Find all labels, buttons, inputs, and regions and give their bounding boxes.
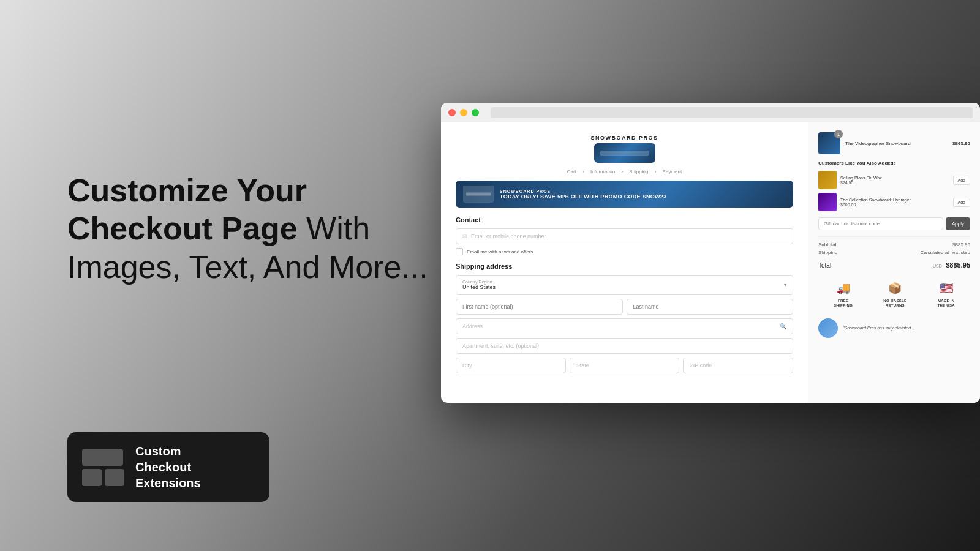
state-placeholder: State — [576, 362, 589, 369]
country-label: Country/Region — [462, 280, 496, 284]
checkout-right: 1 The Videographer Snowboard $865.95 Cus… — [809, 122, 980, 403]
trust-badge-usa: 🇺🇸 MADE INTHE USA — [937, 280, 954, 309]
gift-card-input[interactable] — [818, 217, 943, 230]
app-badge-text: Custom Checkout Extensions — [135, 443, 201, 491]
promo-banner: SNOWBOARD PROS TODAY ONLY! SAVE 50% OFF … — [456, 181, 793, 208]
testimonial-row: "Snowboard Pros has truly elevated... — [818, 318, 970, 338]
zip-placeholder: ZIP code — [690, 362, 712, 369]
apt-placeholder: Apartment, suite, etc. (optional) — [462, 343, 539, 349]
browser-titlebar — [441, 103, 980, 122]
store-product-image — [594, 143, 655, 163]
total-amount: USD $885.95 — [933, 259, 970, 270]
newsletter-row: Email me with news and offers — [456, 248, 793, 255]
order-item-price: $865.95 — [952, 141, 970, 146]
address-placeholder: Address — [462, 323, 483, 329]
testimonial-text: "Snowboard Pros has truly elevated... — [843, 326, 914, 330]
browser-urlbar — [491, 107, 973, 118]
shipping-row: Shipping Calculated at next step — [818, 250, 970, 255]
order-item-image: 1 — [818, 132, 840, 154]
apply-button[interactable]: Apply — [946, 217, 970, 230]
badge-icon-bottom-right — [105, 469, 124, 486]
city-field[interactable]: City — [456, 358, 566, 373]
total-label: Total — [818, 262, 831, 269]
made-in-usa-label: MADE INTHE USA — [937, 299, 954, 309]
country-select[interactable]: Country/Region United States ▾ — [456, 275, 793, 295]
trust-badges: 🚚 FREESHIPPING 📦 NO-HASSLERETURNS 🇺🇸 MAD… — [818, 276, 970, 312]
email-icon: ✉ — [462, 233, 467, 239]
store-name: SNOWBOARD PROS — [456, 135, 793, 141]
order-item: 1 The Videographer Snowboard $865.95 — [818, 132, 970, 154]
promo-banner-image — [463, 186, 494, 203]
zip-field[interactable]: ZIP code — [683, 358, 793, 373]
checkout-left: SNOWBOARD PROS Cart › Information › Ship… — [441, 122, 809, 403]
trust-badge-shipping: 🚚 FREESHIPPING — [834, 280, 853, 309]
order-item-name: The Videographer Snowboard — [845, 141, 948, 146]
hero-title-bold: Customize Your Checkout Page — [67, 173, 307, 246]
address-field[interactable]: Address 🔍 — [456, 318, 793, 334]
also-item-price-0: $24.95 — [840, 181, 949, 185]
also-item-name-0: Selling Plans Ski Wax — [840, 175, 949, 181]
also-item-image-0 — [818, 171, 837, 189]
apt-field[interactable]: Apartment, suite, etc. (optional) — [456, 338, 793, 354]
last-name-input[interactable] — [627, 299, 794, 315]
also-item-name-1: The Collection Snowboard: Hydrogen — [840, 197, 949, 203]
badge-icon-top-row — [82, 449, 123, 466]
free-shipping-label: FREESHIPPING — [834, 299, 853, 309]
search-icon: 🔍 — [780, 323, 786, 329]
no-hassle-returns-icon: 📦 — [886, 280, 903, 297]
also-item-info-1: The Collection Snowboard: Hydrogen $600.… — [840, 197, 949, 207]
also-item-price-1: $600.00 — [840, 203, 949, 207]
shipping-section-title: Shipping address — [456, 263, 793, 270]
also-item-1: The Collection Snowboard: Hydrogen $600.… — [818, 193, 970, 211]
browser-window: SNOWBOARD PROS Cart › Information › Ship… — [441, 103, 980, 403]
contact-section-title: Contact — [456, 216, 793, 223]
browser-minimize-dot[interactable] — [460, 109, 467, 116]
add-item-1-button[interactable]: Add — [953, 198, 970, 207]
browser-fullscreen-dot[interactable] — [472, 109, 479, 116]
subtotal-value: $885.95 — [952, 242, 970, 247]
add-item-0-button[interactable]: Add — [953, 176, 970, 185]
also-item-image-1 — [818, 193, 837, 211]
totals-section: Subtotal $885.95 Shipping Calculated at … — [818, 236, 970, 270]
promo-banner-content: SNOWBOARD PROS TODAY ONLY! SAVE 50% OFF … — [500, 189, 666, 200]
currency-label: USD — [933, 264, 942, 268]
newsletter-label: Email me with news and offers — [467, 249, 533, 255]
also-bought-title: Customers Like You Also Added: — [818, 160, 970, 166]
hero-section: Customize Your Checkout Page With Images… — [67, 171, 435, 286]
no-hassle-returns-label: NO-HASSLERETURNS — [883, 299, 907, 309]
country-value: United States — [462, 284, 496, 290]
app-badge: Custom Checkout Extensions — [67, 432, 270, 502]
checkout-layout: SNOWBOARD PROS Cart › Information › Ship… — [441, 122, 980, 403]
email-placeholder: Email or mobile phone number — [471, 233, 546, 239]
subtotal-row: Subtotal $885.95 — [818, 242, 970, 247]
email-field[interactable]: ✉ Email or mobile phone number — [456, 228, 793, 244]
promo-text: TODAY ONLY! SAVE 50% OFF WITH PROMO CODE… — [500, 193, 666, 200]
total-row: Total USD $885.95 — [818, 259, 970, 270]
newsletter-checkbox[interactable] — [456, 248, 463, 255]
chevron-down-icon: ▾ — [784, 282, 786, 288]
shipping-label: Shipping — [818, 250, 837, 255]
promo-store-name: SNOWBOARD PROS — [500, 189, 666, 193]
free-shipping-icon: 🚚 — [835, 280, 852, 297]
country-select-content: Country/Region United States — [462, 280, 496, 290]
also-item-0: Selling Plans Ski Wax $24.95 Add — [818, 171, 970, 189]
badge-icon-bottom-left — [82, 469, 102, 486]
order-item-qty-badge: 1 — [834, 130, 843, 138]
breadcrumb: Cart › Information › Shipping › Payment — [456, 169, 793, 174]
made-in-usa-icon: 🇺🇸 — [938, 280, 955, 297]
testimonial-avatar — [818, 318, 838, 338]
trust-badge-returns: 📦 NO-HASSLERETURNS — [883, 280, 907, 309]
store-header: SNOWBOARD PROS — [456, 135, 793, 163]
city-state-zip-row: City State ZIP code — [456, 358, 793, 373]
browser-close-dot[interactable] — [448, 109, 456, 116]
gift-card-row: Apply — [818, 217, 970, 230]
city-placeholder: City — [462, 362, 472, 369]
shipping-value: Calculated at next step — [921, 250, 970, 255]
state-field[interactable]: State — [570, 358, 680, 373]
name-row — [456, 299, 793, 315]
first-name-input[interactable] — [456, 299, 623, 315]
app-badge-icon — [82, 449, 124, 486]
total-value: $885.95 — [946, 261, 970, 269]
also-item-info-0: Selling Plans Ski Wax $24.95 — [840, 175, 949, 185]
subtotal-label: Subtotal — [818, 242, 836, 247]
